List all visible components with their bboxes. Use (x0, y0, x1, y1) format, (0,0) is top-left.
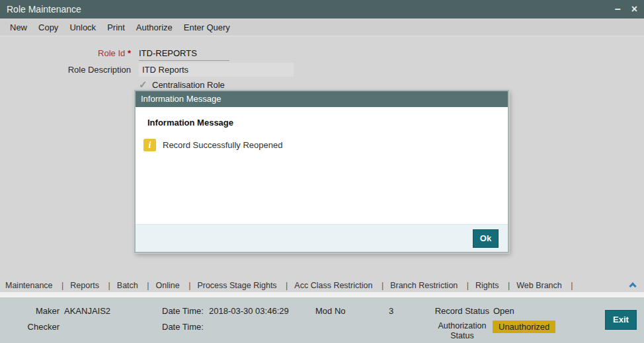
tab-item: Process Stage Rights | (197, 281, 294, 290)
dialog-heading: Information Message (147, 118, 233, 128)
window-controls: – × (615, 0, 637, 19)
toolbar-button[interactable]: Authorize (136, 22, 173, 32)
tab-separator: | (382, 281, 383, 290)
role-description-label: Role Description (0, 65, 131, 75)
role-id-input[interactable]: ITD-REPORTS (139, 47, 229, 61)
toolbar-button[interactable]: New (10, 22, 27, 32)
message-row: i Record Successfully Reopened (143, 139, 282, 151)
tab[interactable]: Reports (70, 281, 99, 290)
checker-label: Checker (0, 322, 60, 332)
tab-separator: | (188, 281, 190, 290)
role-id-label: Role Id * (0, 48, 131, 58)
info-icon: i (143, 139, 156, 151)
close-icon[interactable]: × (631, 0, 637, 19)
tab-separator: | (286, 281, 288, 290)
role-description-input[interactable]: ITD Reports (139, 63, 294, 77)
maker-datetime-value: 2018-03-30 03:46:29 (209, 306, 289, 316)
tab[interactable]: Acc Class Restriction (294, 281, 372, 290)
tab[interactable]: Branch Restriction (390, 281, 458, 290)
tab-separator: | (571, 281, 573, 290)
ok-button[interactable]: Ok (473, 229, 499, 248)
tab[interactable]: Rights (475, 281, 499, 290)
exit-button[interactable]: Exit (605, 310, 637, 330)
tab[interactable]: Maintenance (5, 281, 53, 290)
tab-separator: | (467, 281, 469, 290)
bottom-tab-bar: Maintenance | Reports | Batch | Online |… (0, 278, 624, 293)
information-message-dialog: Information Message Information Message … (134, 90, 509, 253)
tab-item: Branch Restriction | (390, 281, 475, 290)
centralisation-role-label: Centralisation Role (152, 80, 225, 90)
dialog-titlebar: Information Message (136, 91, 508, 107)
tab[interactable]: Batch (117, 281, 138, 290)
checkbox-checked-icon[interactable]: ✓ (139, 79, 152, 91)
record-status-value: Open (493, 306, 514, 316)
toolbar-button[interactable]: Unlock (69, 22, 96, 32)
toolbar-button[interactable]: Enter Query (184, 22, 230, 32)
dialog-footer: Ok (136, 224, 508, 252)
chevron-up-icon[interactable] (629, 282, 636, 289)
tab[interactable]: Process Stage Rights (197, 281, 276, 290)
tab-item: Reports | (70, 281, 117, 290)
authorization-status-badge: Unauthorized (493, 321, 555, 333)
maker-value: AKANJAIS2 (64, 306, 110, 316)
record-status-label: Record Status (423, 306, 489, 316)
maker-label: Maker (0, 306, 60, 316)
tab-item: Batch | (117, 281, 156, 290)
mod-no-value: 3 (389, 306, 393, 316)
tab-separator: | (108, 281, 110, 290)
required-asterisk: * (128, 48, 131, 58)
tab-separator: | (61, 281, 63, 290)
maker-datetime-label: Date Time: (162, 306, 204, 316)
tab-separator: | (508, 281, 510, 290)
minimize-icon[interactable]: – (615, 0, 621, 19)
centralisation-role-row: ✓ Centralisation Role (139, 79, 225, 91)
window-titlebar: Role Maintenance – × (0, 0, 644, 19)
authorization-status-label: Authorization Status (434, 321, 491, 341)
window-title: Role Maintenance (7, 4, 81, 15)
action-toolbar: NewCopyUnlockPrintAuthorizeEnter Query (0, 19, 644, 36)
audit-footer: Maker AKANJAIS2 Date Time: 2018-03-30 03… (0, 297, 644, 343)
tab-item: Rights | (475, 281, 516, 290)
tab[interactable]: Online (156, 281, 180, 290)
dialog-body: Information Message i Record Successfull… (136, 107, 508, 224)
role-maintenance-window: Role Maintenance – × NewCopyUnlockPrintA… (0, 0, 644, 343)
tab-item: Maintenance | (5, 281, 70, 290)
tab-item: Online | (156, 281, 198, 290)
mod-no-label: Mod No (315, 306, 346, 316)
tab[interactable]: Web Branch (516, 281, 562, 290)
tab-item: Web Branch | (516, 281, 579, 290)
footer-divider (0, 292, 644, 297)
toolbar-button[interactable]: Copy (38, 22, 58, 32)
tab-item: Acc Class Restriction | (294, 281, 390, 290)
checker-datetime-label: Date Time: (162, 322, 204, 332)
role-id-label-text: Role Id (98, 48, 125, 58)
tab-separator: | (147, 281, 149, 290)
dialog-message: Record Successfully Reopened (163, 140, 282, 150)
toolbar-button[interactable]: Print (107, 22, 125, 32)
